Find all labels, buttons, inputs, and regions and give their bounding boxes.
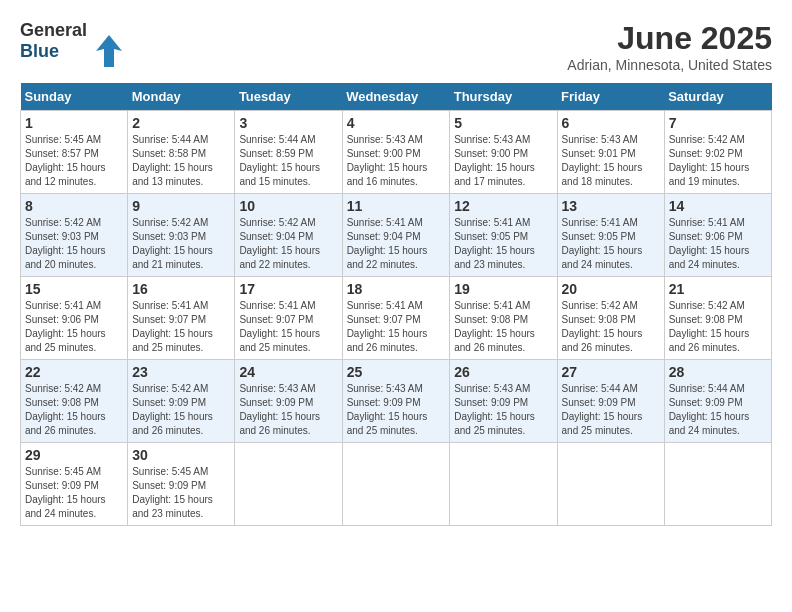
day-info: Sunrise: 5:44 AMSunset: 9:09 PMDaylight:… [562,382,660,438]
logo-content: General Blue [20,20,124,73]
day-info: Sunrise: 5:41 AMSunset: 9:07 PMDaylight:… [347,299,446,355]
calendar-header: SundayMondayTuesdayWednesdayThursdayFrid… [21,83,772,111]
day-number: 23 [132,364,230,380]
week-row: 15Sunrise: 5:41 AMSunset: 9:06 PMDayligh… [21,277,772,360]
day-cell: 25Sunrise: 5:43 AMSunset: 9:09 PMDayligh… [342,360,450,443]
day-info: Sunrise: 5:45 AMSunset: 9:09 PMDaylight:… [25,465,123,521]
day-cell [450,443,557,526]
day-number: 17 [239,281,337,297]
day-cell: 3Sunrise: 5:44 AMSunset: 8:59 PMDaylight… [235,111,342,194]
day-info: Sunrise: 5:42 AMSunset: 9:03 PMDaylight:… [132,216,230,272]
day-info: Sunrise: 5:43 AMSunset: 9:09 PMDaylight:… [454,382,552,438]
day-info: Sunrise: 5:41 AMSunset: 9:07 PMDaylight:… [132,299,230,355]
day-cell: 19Sunrise: 5:41 AMSunset: 9:08 PMDayligh… [450,277,557,360]
day-cell: 2Sunrise: 5:44 AMSunset: 8:58 PMDaylight… [128,111,235,194]
day-info: Sunrise: 5:45 AMSunset: 8:57 PMDaylight:… [25,133,123,189]
svg-marker-0 [96,35,122,67]
logo-text-blue: Blue [20,41,59,61]
day-cell: 9Sunrise: 5:42 AMSunset: 9:03 PMDaylight… [128,194,235,277]
logo: General Blue [20,20,124,73]
week-row: 1Sunrise: 5:45 AMSunset: 8:57 PMDaylight… [21,111,772,194]
day-number: 4 [347,115,446,131]
day-cell: 11Sunrise: 5:41 AMSunset: 9:04 PMDayligh… [342,194,450,277]
day-info: Sunrise: 5:42 AMSunset: 9:03 PMDaylight:… [25,216,123,272]
header-cell-wednesday: Wednesday [342,83,450,111]
day-info: Sunrise: 5:42 AMSunset: 9:08 PMDaylight:… [669,299,767,355]
day-number: 12 [454,198,552,214]
calendar-subtitle: Adrian, Minnesota, United States [567,57,772,73]
day-number: 2 [132,115,230,131]
day-number: 9 [132,198,230,214]
day-number: 10 [239,198,337,214]
day-cell: 30Sunrise: 5:45 AMSunset: 9:09 PMDayligh… [128,443,235,526]
day-number: 7 [669,115,767,131]
day-info: Sunrise: 5:41 AMSunset: 9:07 PMDaylight:… [239,299,337,355]
day-cell: 4Sunrise: 5:43 AMSunset: 9:00 PMDaylight… [342,111,450,194]
day-cell: 8Sunrise: 5:42 AMSunset: 9:03 PMDaylight… [21,194,128,277]
day-info: Sunrise: 5:42 AMSunset: 9:02 PMDaylight:… [669,133,767,189]
day-number: 19 [454,281,552,297]
day-number: 27 [562,364,660,380]
week-row: 22Sunrise: 5:42 AMSunset: 9:08 PMDayligh… [21,360,772,443]
header-cell-sunday: Sunday [21,83,128,111]
day-cell: 28Sunrise: 5:44 AMSunset: 9:09 PMDayligh… [664,360,771,443]
day-number: 1 [25,115,123,131]
day-number: 6 [562,115,660,131]
week-row: 29Sunrise: 5:45 AMSunset: 9:09 PMDayligh… [21,443,772,526]
header: General Blue June 2025 Adrian, Minnesota… [20,20,772,73]
day-info: Sunrise: 5:41 AMSunset: 9:05 PMDaylight:… [562,216,660,272]
day-number: 28 [669,364,767,380]
day-cell: 18Sunrise: 5:41 AMSunset: 9:07 PMDayligh… [342,277,450,360]
day-number: 22 [25,364,123,380]
calendar-table: SundayMondayTuesdayWednesdayThursdayFrid… [20,83,772,526]
day-number: 25 [347,364,446,380]
day-cell: 29Sunrise: 5:45 AMSunset: 9:09 PMDayligh… [21,443,128,526]
day-number: 3 [239,115,337,131]
day-number: 26 [454,364,552,380]
logo-text-general: General [20,20,87,40]
day-info: Sunrise: 5:44 AMSunset: 8:58 PMDaylight:… [132,133,230,189]
day-info: Sunrise: 5:41 AMSunset: 9:06 PMDaylight:… [25,299,123,355]
week-row: 8Sunrise: 5:42 AMSunset: 9:03 PMDaylight… [21,194,772,277]
day-cell: 6Sunrise: 5:43 AMSunset: 9:01 PMDaylight… [557,111,664,194]
day-info: Sunrise: 5:45 AMSunset: 9:09 PMDaylight:… [132,465,230,521]
day-info: Sunrise: 5:41 AMSunset: 9:08 PMDaylight:… [454,299,552,355]
day-cell [235,443,342,526]
day-cell: 14Sunrise: 5:41 AMSunset: 9:06 PMDayligh… [664,194,771,277]
logo-bird-icon [94,33,124,73]
day-number: 24 [239,364,337,380]
day-info: Sunrise: 5:44 AMSunset: 9:09 PMDaylight:… [669,382,767,438]
day-number: 30 [132,447,230,463]
calendar-body: 1Sunrise: 5:45 AMSunset: 8:57 PMDaylight… [21,111,772,526]
day-number: 29 [25,447,123,463]
day-info: Sunrise: 5:41 AMSunset: 9:06 PMDaylight:… [669,216,767,272]
day-cell: 15Sunrise: 5:41 AMSunset: 9:06 PMDayligh… [21,277,128,360]
day-number: 20 [562,281,660,297]
day-cell: 1Sunrise: 5:45 AMSunset: 8:57 PMDaylight… [21,111,128,194]
day-info: Sunrise: 5:43 AMSunset: 9:00 PMDaylight:… [454,133,552,189]
day-number: 8 [25,198,123,214]
day-cell: 7Sunrise: 5:42 AMSunset: 9:02 PMDaylight… [664,111,771,194]
day-info: Sunrise: 5:42 AMSunset: 9:08 PMDaylight:… [562,299,660,355]
day-info: Sunrise: 5:41 AMSunset: 9:05 PMDaylight:… [454,216,552,272]
day-number: 16 [132,281,230,297]
header-cell-friday: Friday [557,83,664,111]
day-info: Sunrise: 5:43 AMSunset: 9:01 PMDaylight:… [562,133,660,189]
header-cell-thursday: Thursday [450,83,557,111]
day-number: 5 [454,115,552,131]
day-cell: 21Sunrise: 5:42 AMSunset: 9:08 PMDayligh… [664,277,771,360]
day-cell: 22Sunrise: 5:42 AMSunset: 9:08 PMDayligh… [21,360,128,443]
day-number: 11 [347,198,446,214]
day-cell: 12Sunrise: 5:41 AMSunset: 9:05 PMDayligh… [450,194,557,277]
day-number: 15 [25,281,123,297]
day-cell: 20Sunrise: 5:42 AMSunset: 9:08 PMDayligh… [557,277,664,360]
day-info: Sunrise: 5:42 AMSunset: 9:08 PMDaylight:… [25,382,123,438]
day-cell [342,443,450,526]
day-cell: 24Sunrise: 5:43 AMSunset: 9:09 PMDayligh… [235,360,342,443]
day-info: Sunrise: 5:42 AMSunset: 9:09 PMDaylight:… [132,382,230,438]
day-info: Sunrise: 5:41 AMSunset: 9:04 PMDaylight:… [347,216,446,272]
header-cell-tuesday: Tuesday [235,83,342,111]
day-cell: 27Sunrise: 5:44 AMSunset: 9:09 PMDayligh… [557,360,664,443]
day-number: 18 [347,281,446,297]
day-cell [664,443,771,526]
